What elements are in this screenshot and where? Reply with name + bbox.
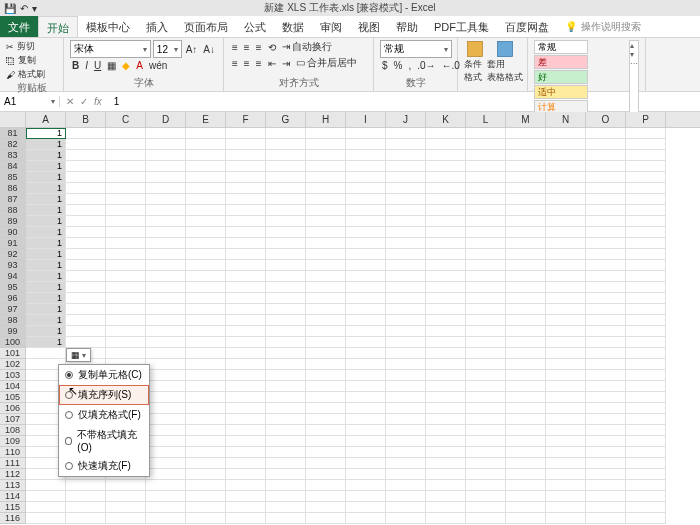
cell[interactable] — [466, 447, 506, 458]
cell[interactable] — [306, 348, 346, 359]
formula-value[interactable]: 1 — [108, 96, 126, 107]
cell[interactable] — [306, 150, 346, 161]
cell[interactable] — [586, 458, 626, 469]
cell[interactable] — [426, 194, 466, 205]
row-header[interactable]: 100 — [0, 337, 26, 348]
cell[interactable] — [346, 480, 386, 491]
cell[interactable] — [626, 469, 666, 480]
cell[interactable] — [266, 359, 306, 370]
cell[interactable] — [626, 414, 666, 425]
cell[interactable] — [626, 260, 666, 271]
cell[interactable] — [626, 150, 666, 161]
cell[interactable] — [186, 458, 226, 469]
cell[interactable] — [626, 293, 666, 304]
cell[interactable] — [346, 249, 386, 260]
cell[interactable] — [546, 491, 586, 502]
cell[interactable] — [466, 370, 506, 381]
cell[interactable]: 1 — [26, 238, 66, 249]
cell[interactable] — [586, 172, 626, 183]
cell[interactable] — [586, 139, 626, 150]
cell[interactable] — [546, 337, 586, 348]
cell[interactable] — [226, 480, 266, 491]
cell[interactable] — [146, 414, 186, 425]
cell[interactable] — [306, 194, 346, 205]
cell[interactable] — [346, 370, 386, 381]
cell[interactable] — [146, 447, 186, 458]
cell[interactable] — [186, 381, 226, 392]
style-cell[interactable]: 适中 — [534, 85, 588, 99]
row-header[interactable]: 89 — [0, 216, 26, 227]
italic-button[interactable]: I — [83, 60, 90, 71]
cell[interactable] — [66, 183, 106, 194]
cell[interactable] — [226, 436, 266, 447]
cell[interactable] — [186, 128, 226, 139]
row-header[interactable]: 94 — [0, 271, 26, 282]
cell[interactable] — [546, 326, 586, 337]
cell[interactable] — [386, 381, 426, 392]
cell[interactable] — [266, 370, 306, 381]
cell[interactable] — [266, 491, 306, 502]
cell[interactable] — [306, 502, 346, 513]
cell[interactable] — [266, 271, 306, 282]
cell[interactable] — [626, 183, 666, 194]
cell[interactable] — [346, 271, 386, 282]
cell[interactable] — [226, 469, 266, 480]
increase-font-icon[interactable]: A↑ — [184, 44, 200, 55]
cell[interactable] — [306, 370, 346, 381]
cell[interactable] — [26, 513, 66, 524]
cell[interactable] — [346, 348, 386, 359]
cell[interactable] — [266, 172, 306, 183]
row-header[interactable]: 92 — [0, 249, 26, 260]
cell[interactable] — [26, 480, 66, 491]
cell[interactable] — [386, 458, 426, 469]
row-header[interactable]: 110 — [0, 447, 26, 458]
cell[interactable] — [386, 513, 426, 524]
cell[interactable] — [626, 392, 666, 403]
tab-审阅[interactable]: 审阅 — [312, 16, 350, 37]
cell[interactable] — [226, 183, 266, 194]
cell[interactable] — [146, 392, 186, 403]
cell[interactable] — [146, 513, 186, 524]
cell[interactable] — [146, 502, 186, 513]
cell[interactable] — [626, 326, 666, 337]
cell[interactable] — [146, 326, 186, 337]
cell[interactable] — [546, 161, 586, 172]
cell[interactable] — [506, 304, 546, 315]
cell[interactable] — [426, 447, 466, 458]
cell[interactable] — [306, 381, 346, 392]
cell[interactable] — [506, 249, 546, 260]
cell[interactable] — [226, 403, 266, 414]
cell[interactable] — [186, 249, 226, 260]
cell[interactable] — [266, 293, 306, 304]
cell[interactable] — [466, 260, 506, 271]
cell[interactable] — [186, 502, 226, 513]
cell[interactable] — [386, 139, 426, 150]
cell[interactable] — [346, 458, 386, 469]
cell[interactable] — [226, 348, 266, 359]
row-header[interactable]: 116 — [0, 513, 26, 524]
cell[interactable] — [66, 216, 106, 227]
cell[interactable] — [146, 128, 186, 139]
cell[interactable] — [466, 337, 506, 348]
cell[interactable] — [386, 150, 426, 161]
cell[interactable] — [306, 304, 346, 315]
cell[interactable] — [186, 348, 226, 359]
cell[interactable] — [466, 205, 506, 216]
cell[interactable] — [186, 425, 226, 436]
autofill-options-button[interactable]: ▦▾ — [66, 348, 91, 362]
cell[interactable] — [386, 436, 426, 447]
cell[interactable] — [466, 282, 506, 293]
qat-save-icon[interactable]: 💾 — [4, 3, 16, 14]
cell[interactable] — [226, 326, 266, 337]
cell[interactable] — [626, 425, 666, 436]
cell[interactable] — [186, 139, 226, 150]
cell[interactable] — [226, 337, 266, 348]
bold-button[interactable]: B — [70, 60, 81, 71]
cell[interactable] — [106, 337, 146, 348]
cell[interactable] — [346, 161, 386, 172]
cell[interactable] — [266, 238, 306, 249]
cell[interactable] — [186, 315, 226, 326]
cell[interactable] — [426, 216, 466, 227]
cell[interactable] — [146, 161, 186, 172]
cell[interactable] — [586, 447, 626, 458]
